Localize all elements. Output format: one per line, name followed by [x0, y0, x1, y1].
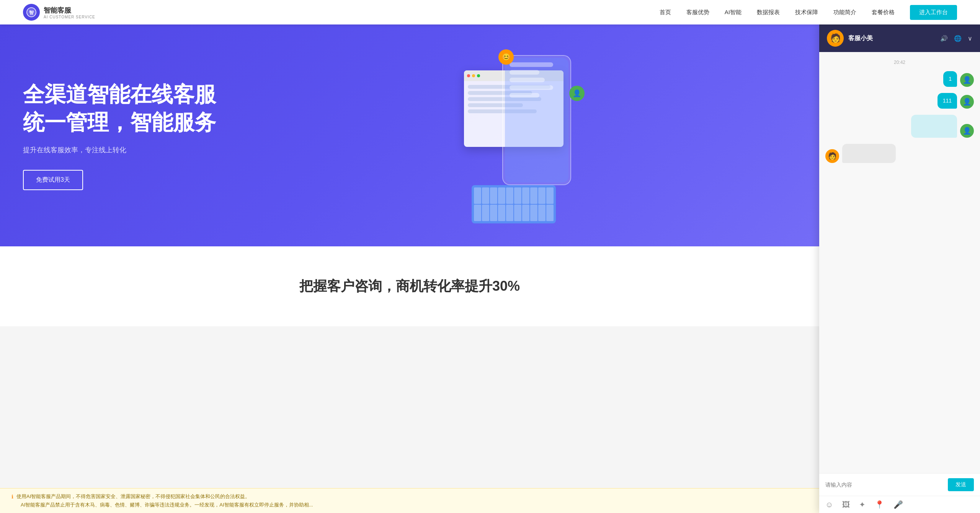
- chat-messages: 20:42 1 👤 111 👤 👤 🧑: [819, 52, 980, 326]
- key: [498, 187, 505, 204]
- agent-avatar: 🧑: [827, 30, 844, 47]
- nav-pricing[interactable]: 套餐价格: [872, 9, 895, 16]
- key: [506, 187, 513, 204]
- key: [490, 205, 497, 221]
- key: [538, 187, 546, 204]
- main-nav: 首页 客服优势 AI智能 数据报表 技术保障 功能简介 套餐价格 进入工作台: [660, 5, 957, 20]
- chevron-down-icon[interactable]: ∨: [968, 35, 972, 42]
- chat-header-icons: 🔊 🌐 ∨: [940, 35, 972, 42]
- logo-area: 智 智能客服 AI CUSTOMER SERVICE: [23, 4, 95, 21]
- phone-bar: [510, 93, 539, 98]
- logo-main-text: 智能客服: [44, 6, 95, 15]
- svg-text:智: 智: [29, 10, 34, 15]
- key: [538, 205, 546, 221]
- nav-advantage[interactable]: 客服优势: [686, 9, 709, 16]
- key: [546, 205, 554, 221]
- dot-yellow: [472, 74, 475, 77]
- message-bubble-1: 1: [943, 71, 957, 87]
- nav-features[interactable]: 功能简介: [833, 9, 856, 16]
- phone-frame: [502, 55, 571, 185]
- keyboard-area: [472, 185, 556, 223]
- enter-workspace-button[interactable]: 进入工作台: [910, 5, 957, 20]
- conversion-section: 把握客户咨询，商机转化率提升30%: [0, 246, 819, 326]
- sound-icon[interactable]: 🔊: [940, 35, 948, 42]
- phone-screen: [505, 58, 568, 182]
- globe-icon[interactable]: 🌐: [954, 35, 962, 42]
- user-avatar-2: 👤: [960, 95, 974, 109]
- section-title: 把握客户咨询，商机转化率提升30%: [23, 277, 796, 296]
- chat-widget: 🧑 客服小美 🔊 🌐 ∨ 20:42 1 👤 111 👤 👤: [819, 24, 980, 326]
- message-row-2: 111 👤: [825, 93, 974, 109]
- message-bubble-3: [911, 115, 957, 138]
- hero-subtitle: 提升在线客服效率，专注线上转化: [23, 145, 490, 155]
- key: [530, 187, 537, 204]
- nav-tech[interactable]: 技术保障: [795, 9, 818, 16]
- agent-name: 客服小美: [848, 34, 936, 42]
- key: [546, 187, 554, 204]
- agent-avatar-wrap: 🧑: [827, 30, 844, 47]
- chat-header: 🧑 客服小美 🔊 🌐 ∨: [819, 24, 980, 52]
- logo-sub-text: AI CUSTOMER SERVICE: [44, 15, 95, 19]
- nav-data[interactable]: 数据报表: [757, 9, 780, 16]
- time-divider: 20:42: [825, 60, 974, 65]
- avatar-1: 😊: [498, 49, 514, 65]
- key: [522, 187, 529, 204]
- trial-button[interactable]: 免费试用3天: [23, 170, 83, 190]
- message-row-4: 🧑: [825, 144, 974, 163]
- message-row-3: 👤: [825, 115, 974, 138]
- phone-bar: [510, 70, 539, 75]
- avatar-2: 👤: [569, 86, 585, 101]
- logo-icon: 智: [23, 4, 40, 21]
- user-avatar-3: 👤: [960, 124, 974, 138]
- dot-green: [477, 74, 480, 77]
- key: [530, 205, 537, 221]
- message-bubble-2: 111: [938, 93, 957, 109]
- key: [474, 205, 481, 221]
- nav-home[interactable]: 首页: [660, 9, 671, 16]
- key: [514, 187, 521, 204]
- key: [490, 187, 497, 204]
- key: [498, 205, 505, 221]
- key: [482, 205, 489, 221]
- phone-bar: [510, 62, 553, 67]
- phone-bar: [510, 85, 553, 90]
- key: [514, 205, 521, 221]
- key: [506, 205, 513, 221]
- hero-content: 全渠道智能在线客服 统一管理，智能服务 提升在线客服效率，专注线上转化 免费试用…: [23, 81, 490, 191]
- phone-bar: [510, 78, 545, 82]
- agent-avatar-msg: 🧑: [825, 149, 839, 163]
- main-header: 智 智能客服 AI CUSTOMER SERVICE 首页 客服优势 AI智能 …: [0, 0, 980, 24]
- message-row-1: 1 👤: [825, 71, 974, 87]
- user-avatar-1: 👤: [960, 73, 974, 87]
- hero-title: 全渠道智能在线客服 统一管理，智能服务: [23, 81, 490, 137]
- message-bubble-4: [842, 144, 896, 163]
- dot-red: [467, 74, 470, 77]
- nav-ai[interactable]: AI智能: [725, 9, 742, 16]
- key: [522, 205, 529, 221]
- logo-text: 智能客服 AI CUSTOMER SERVICE: [44, 6, 95, 19]
